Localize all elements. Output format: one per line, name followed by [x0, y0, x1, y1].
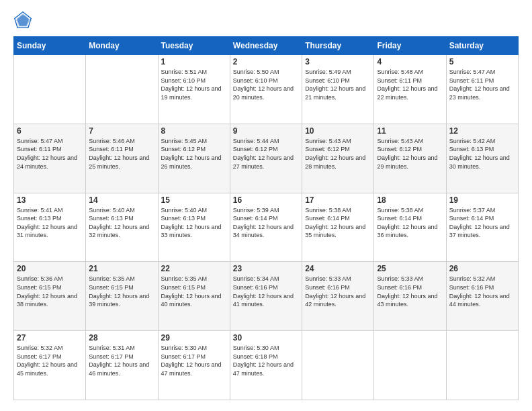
day-number: 18 — [377, 195, 443, 205]
calendar-cell: 6Sunrise: 5:47 AMSunset: 6:11 PMDaylight… — [14, 124, 86, 193]
day-number: 28 — [89, 333, 154, 342]
day-number: 4 — [377, 57, 443, 66]
day-info: Sunrise: 5:35 AMSunset: 6:15 PMDaylight:… — [89, 275, 154, 308]
day-number: 11 — [377, 126, 443, 136]
day-info: Sunrise: 5:36 AMSunset: 6:15 PMDaylight:… — [17, 275, 83, 308]
day-number: 7 — [89, 126, 154, 136]
calendar-cell — [374, 331, 446, 400]
day-info: Sunrise: 5:38 AMSunset: 6:14 PMDaylight:… — [377, 206, 443, 240]
calendar-cell: 26Sunrise: 5:32 AMSunset: 6:16 PMDayligh… — [446, 262, 518, 331]
day-info: Sunrise: 5:32 AMSunset: 6:16 PMDaylight:… — [449, 275, 515, 308]
calendar-cell: 19Sunrise: 5:37 AMSunset: 6:14 PMDayligh… — [446, 193, 518, 262]
day-number: 6 — [17, 126, 83, 136]
day-number: 17 — [305, 195, 371, 205]
calendar-cell — [14, 55, 86, 124]
calendar-cell: 28Sunrise: 5:31 AMSunset: 6:17 PMDayligh… — [86, 331, 158, 400]
day-info: Sunrise: 5:49 AMSunset: 6:10 PMDaylight:… — [305, 68, 371, 101]
calendar-header-row: SundayMondayTuesdayWednesdayThursdayFrid… — [14, 37, 519, 55]
calendar-cell: 17Sunrise: 5:38 AMSunset: 6:14 PMDayligh… — [302, 193, 374, 262]
day-number: 21 — [89, 264, 154, 273]
day-info: Sunrise: 5:40 AMSunset: 6:13 PMDaylight:… — [89, 206, 154, 240]
day-info: Sunrise: 5:43 AMSunset: 6:12 PMDaylight:… — [305, 137, 371, 171]
calendar-cell: 27Sunrise: 5:32 AMSunset: 6:17 PMDayligh… — [14, 331, 86, 400]
calendar-cell: 8Sunrise: 5:45 AMSunset: 6:12 PMDaylight… — [158, 124, 230, 193]
day-info: Sunrise: 5:43 AMSunset: 6:12 PMDaylight:… — [377, 137, 443, 171]
calendar-cell: 11Sunrise: 5:43 AMSunset: 6:12 PMDayligh… — [374, 124, 446, 193]
day-info: Sunrise: 5:48 AMSunset: 6:11 PMDaylight:… — [377, 68, 443, 101]
day-info: Sunrise: 5:47 AMSunset: 6:11 PMDaylight:… — [449, 68, 515, 101]
day-number: 2 — [233, 57, 299, 66]
day-of-week-header: Tuesday — [158, 37, 230, 55]
calendar-cell: 3Sunrise: 5:49 AMSunset: 6:10 PMDaylight… — [302, 55, 374, 124]
day-number: 14 — [89, 195, 154, 205]
day-number: 5 — [449, 57, 515, 66]
day-number: 16 — [233, 195, 299, 205]
calendar-cell: 30Sunrise: 5:30 AMSunset: 6:18 PMDayligh… — [230, 331, 302, 400]
day-info: Sunrise: 5:37 AMSunset: 6:14 PMDaylight:… — [449, 206, 515, 240]
calendar-cell: 9Sunrise: 5:44 AMSunset: 6:12 PMDaylight… — [230, 124, 302, 193]
calendar-cell: 1Sunrise: 5:51 AMSunset: 6:10 PMDaylight… — [158, 55, 230, 124]
day-number: 23 — [233, 264, 299, 273]
page: SundayMondayTuesdayWednesdayThursdayFrid… — [0, 0, 532, 411]
day-of-week-header: Friday — [374, 37, 446, 55]
day-of-week-header: Saturday — [446, 37, 518, 55]
day-info: Sunrise: 5:33 AMSunset: 6:16 PMDaylight:… — [305, 275, 371, 308]
day-info: Sunrise: 5:41 AMSunset: 6:13 PMDaylight:… — [17, 206, 83, 240]
day-number: 15 — [161, 195, 227, 205]
calendar-week-row: 1Sunrise: 5:51 AMSunset: 6:10 PMDaylight… — [14, 55, 519, 124]
calendar-cell: 12Sunrise: 5:42 AMSunset: 6:13 PMDayligh… — [446, 124, 518, 193]
calendar-cell: 2Sunrise: 5:50 AMSunset: 6:10 PMDaylight… — [230, 55, 302, 124]
day-info: Sunrise: 5:32 AMSunset: 6:17 PMDaylight:… — [17, 344, 83, 377]
calendar-cell: 5Sunrise: 5:47 AMSunset: 6:11 PMDaylight… — [446, 55, 518, 124]
calendar-cell — [302, 331, 374, 400]
day-info: Sunrise: 5:40 AMSunset: 6:13 PMDaylight:… — [161, 206, 227, 240]
calendar-week-row: 6Sunrise: 5:47 AMSunset: 6:11 PMDaylight… — [14, 124, 519, 193]
day-info: Sunrise: 5:50 AMSunset: 6:10 PMDaylight:… — [233, 68, 299, 101]
header — [13, 11, 519, 30]
day-info: Sunrise: 5:42 AMSunset: 6:13 PMDaylight:… — [449, 137, 515, 171]
calendar-cell: 21Sunrise: 5:35 AMSunset: 6:15 PMDayligh… — [86, 262, 158, 331]
calendar-cell: 16Sunrise: 5:39 AMSunset: 6:14 PMDayligh… — [230, 193, 302, 262]
calendar-cell: 18Sunrise: 5:38 AMSunset: 6:14 PMDayligh… — [374, 193, 446, 262]
day-number: 8 — [161, 126, 227, 136]
calendar-cell: 29Sunrise: 5:30 AMSunset: 6:17 PMDayligh… — [158, 331, 230, 400]
day-info: Sunrise: 5:30 AMSunset: 6:18 PMDaylight:… — [233, 344, 299, 377]
day-number: 10 — [305, 126, 371, 136]
day-info: Sunrise: 5:44 AMSunset: 6:12 PMDaylight:… — [233, 137, 299, 171]
calendar-cell: 20Sunrise: 5:36 AMSunset: 6:15 PMDayligh… — [14, 262, 86, 331]
day-info: Sunrise: 5:34 AMSunset: 6:16 PMDaylight:… — [233, 275, 299, 308]
day-info: Sunrise: 5:39 AMSunset: 6:14 PMDaylight:… — [233, 206, 299, 240]
day-info: Sunrise: 5:30 AMSunset: 6:17 PMDaylight:… — [161, 344, 227, 377]
calendar-cell — [86, 55, 158, 124]
day-number: 19 — [449, 195, 515, 205]
day-number: 30 — [233, 333, 299, 342]
logo-icon — [13, 11, 32, 30]
day-info: Sunrise: 5:31 AMSunset: 6:17 PMDaylight:… — [89, 344, 154, 377]
day-number: 27 — [17, 333, 83, 342]
calendar-cell: 24Sunrise: 5:33 AMSunset: 6:16 PMDayligh… — [302, 262, 374, 331]
calendar-table: SundayMondayTuesdayWednesdayThursdayFrid… — [13, 36, 519, 400]
calendar-cell — [446, 331, 518, 400]
day-of-week-header: Thursday — [302, 37, 374, 55]
calendar-cell: 25Sunrise: 5:33 AMSunset: 6:16 PMDayligh… — [374, 262, 446, 331]
day-number: 20 — [17, 264, 83, 273]
day-number: 9 — [233, 126, 299, 136]
day-number: 3 — [305, 57, 371, 66]
calendar-week-row: 13Sunrise: 5:41 AMSunset: 6:13 PMDayligh… — [14, 193, 519, 262]
calendar-cell: 13Sunrise: 5:41 AMSunset: 6:13 PMDayligh… — [14, 193, 86, 262]
calendar-cell: 22Sunrise: 5:35 AMSunset: 6:15 PMDayligh… — [158, 262, 230, 331]
day-info: Sunrise: 5:38 AMSunset: 6:14 PMDaylight:… — [305, 206, 371, 240]
day-number: 13 — [17, 195, 83, 205]
logo — [13, 11, 35, 30]
calendar-cell: 10Sunrise: 5:43 AMSunset: 6:12 PMDayligh… — [302, 124, 374, 193]
day-info: Sunrise: 5:51 AMSunset: 6:10 PMDaylight:… — [161, 68, 227, 101]
day-info: Sunrise: 5:46 AMSunset: 6:11 PMDaylight:… — [89, 137, 154, 171]
day-number: 12 — [449, 126, 515, 136]
calendar-cell: 23Sunrise: 5:34 AMSunset: 6:16 PMDayligh… — [230, 262, 302, 331]
day-info: Sunrise: 5:35 AMSunset: 6:15 PMDaylight:… — [161, 275, 227, 308]
day-number: 25 — [377, 264, 443, 273]
day-number: 26 — [449, 264, 515, 273]
day-number: 29 — [161, 333, 227, 342]
day-of-week-header: Wednesday — [230, 37, 302, 55]
day-number: 1 — [161, 57, 227, 66]
